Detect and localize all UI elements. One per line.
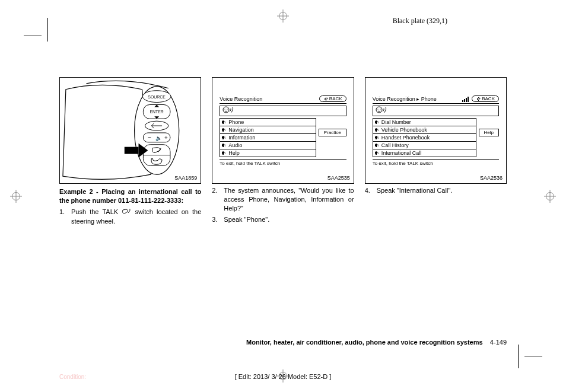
face-speak-icon [376, 106, 387, 116]
speak-icon: 🗣 [221, 151, 226, 156]
step-4: 4. Speak "International Call". [365, 186, 507, 195]
page-number: 4-149 [490, 339, 507, 346]
svg-point-15 [227, 109, 228, 109]
figure-id: SAA2535 [327, 175, 350, 181]
back-arrow-icon [323, 97, 328, 101]
step-number: 4. [365, 186, 372, 195]
step-number: 2. [212, 186, 219, 213]
step-text: Push the TALK switch located on the stee… [71, 208, 201, 226]
back-button[interactable]: BACK [472, 95, 499, 102]
speak-icon: 🗣 [374, 143, 379, 148]
speak-icon: 🗣 [221, 135, 226, 141]
example-heading: Example 2 - Placing an international cal… [59, 187, 201, 205]
step-2: 2. The system announces, "Would you like… [212, 186, 354, 213]
menu-item-call-history[interactable]: 🗣Call History [373, 142, 476, 149]
corner-mark [47, 18, 48, 42]
exit-hint: To exit, hold the TALK switch [220, 159, 346, 166]
menu-list: 🗣Phone 🗣Navigation 🗣Information 🗣Audio 🗣… [220, 118, 316, 157]
voice-input-box [220, 106, 346, 116]
face-speak-icon [222, 106, 234, 116]
svg-rect-19 [468, 97, 469, 102]
svg-text:−: − [148, 134, 151, 141]
menu-item-dial-number[interactable]: 🗣Dial Number [373, 119, 476, 126]
svg-point-21 [377, 109, 378, 109]
menu-list: 🗣Dial Number 🗣Vehicle Phonebook 🗣Handset… [373, 118, 476, 157]
chapter-title: Monitor, heater, air conditioner, audio,… [246, 339, 483, 346]
step-text: The system announces, "Would you like to… [224, 186, 354, 213]
svg-rect-18 [466, 98, 467, 102]
menu-item-information[interactable]: 🗣Information [220, 134, 315, 142]
menu-item-help[interactable]: 🗣Help [220, 149, 315, 157]
svg-point-14 [225, 109, 225, 109]
menu-item-audio[interactable]: 🗣Audio [220, 142, 315, 149]
footer-chapter-line: Monitor, heater, air conditioner, audio,… [59, 339, 507, 346]
svg-point-22 [380, 109, 380, 109]
voice-input-box [373, 106, 499, 116]
speak-icon: 🗣 [221, 143, 226, 148]
menu-item-international-call[interactable]: 🗣International Call [373, 149, 476, 157]
speak-icon: 🗣 [221, 128, 226, 133]
screen-title: Voice Recognition ▸ Phone [373, 96, 437, 102]
menu-item-vehicle-phonebook[interactable]: 🗣Vehicle Phonebook [373, 126, 476, 134]
talk-icon [122, 208, 131, 217]
figure-vr-main: Voice Recognition BACK 🗣Phone [212, 77, 354, 184]
help-button[interactable]: Help [479, 129, 499, 136]
speak-icon: 🗣 [374, 120, 379, 125]
crop-mark-left [12, 192, 20, 200]
svg-text:SOURCE: SOURCE [148, 95, 166, 99]
svg-text:+: + [164, 134, 168, 141]
speak-icon: 🗣 [374, 151, 379, 156]
corner-mark [24, 36, 42, 36]
speak-icon: 🗣 [221, 120, 226, 125]
svg-text:ENTER: ENTER [150, 110, 163, 114]
step-number: 1. [59, 208, 66, 226]
svg-text:🔈: 🔈 [155, 135, 163, 142]
step-3: 3. Speak "Phone". [212, 215, 354, 224]
practice-button[interactable]: Practice [319, 129, 346, 136]
svg-rect-12 [125, 147, 139, 154]
svg-rect-16 [462, 100, 463, 102]
exit-hint: To exit, hold the TALK switch [373, 159, 499, 166]
corner-mark [524, 356, 542, 356]
svg-rect-17 [464, 99, 465, 102]
menu-item-phone[interactable]: 🗣Phone [220, 119, 315, 126]
corner-mark [518, 345, 519, 368]
column-3: Voice Recognition ▸ Phone BACK [365, 77, 507, 226]
speak-icon: 🗣 [374, 135, 379, 141]
step-text: Speak "International Call". [377, 186, 453, 195]
speak-icon: 🗣 [374, 128, 379, 133]
figure-vr-phone: Voice Recognition ▸ Phone BACK [365, 77, 507, 184]
page-content: SOURCE ENTER − 🔈 + [59, 77, 507, 226]
crop-mark-right [546, 192, 554, 200]
figure-id: SAA2536 [480, 175, 503, 181]
footer-condition: Condition: [59, 374, 86, 380]
figure-steering-wheel: SOURCE ENTER − 🔈 + [59, 77, 201, 184]
column-2: Voice Recognition BACK 🗣Phone [212, 77, 354, 226]
step-1: 1. Push the TALK switch located on the s… [59, 208, 201, 226]
step-number: 3. [212, 215, 219, 224]
menu-item-navigation[interactable]: 🗣Navigation [220, 126, 315, 134]
plate-header: Black plate (329,1) [393, 17, 447, 26]
menu-item-handset-phonebook[interactable]: 🗣Handset Phonebook [373, 134, 476, 142]
step-text: Speak "Phone". [224, 215, 269, 224]
figure-id: SAA1859 [174, 175, 197, 181]
steering-wheel-illustration: SOURCE ENTER − 🔈 + [60, 78, 201, 183]
crop-mark-top [279, 12, 287, 20]
column-1: SOURCE ENTER − 🔈 + [59, 77, 201, 226]
screen-title: Voice Recognition [220, 96, 262, 102]
back-button[interactable]: BACK [319, 95, 346, 102]
signal-icon [462, 95, 469, 101]
back-arrow-icon [476, 97, 481, 101]
